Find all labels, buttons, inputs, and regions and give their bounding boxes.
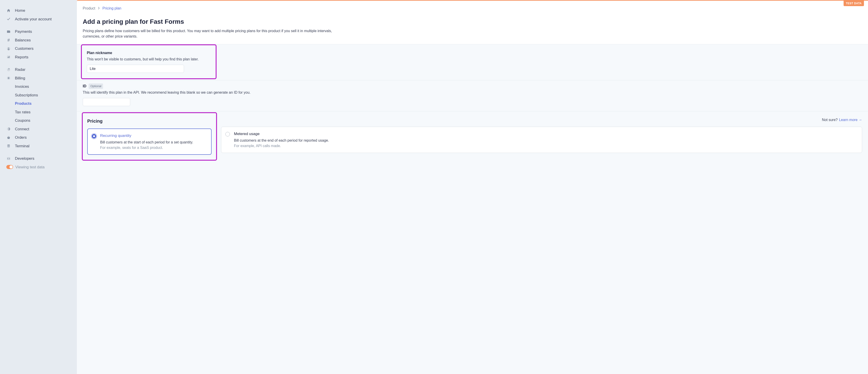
breadcrumb-product[interactable]: Product — [83, 6, 95, 11]
radio-unselected-icon[interactable] — [225, 132, 230, 137]
nav-label: Tax rates — [15, 109, 31, 115]
nav-label: Connect — [15, 126, 29, 132]
breadcrumb-pricing-plan[interactable]: Pricing plan — [102, 6, 121, 11]
option-metered-usage[interactable]: Metered usage Bill customers at the end … — [221, 127, 862, 153]
nav-label: Products — [15, 101, 32, 107]
user-icon — [6, 47, 11, 51]
svg-point-3 — [8, 48, 9, 49]
nav-label: Activate your account — [15, 16, 52, 22]
id-label: ID Optional — [83, 84, 862, 89]
id-help: This will identify this plan in the API.… — [83, 90, 862, 95]
nav-label: Developers — [15, 156, 34, 162]
nav-connect[interactable]: Connect — [0, 125, 77, 134]
pricing-highlight: Pricing Recurring quantity Bill customer… — [82, 112, 217, 161]
arrow-right-icon: → — [859, 118, 862, 122]
svg-point-13 — [7, 146, 10, 147]
nav-home[interactable]: Home — [0, 6, 77, 15]
nav-customers[interactable]: Customers — [0, 44, 77, 53]
svg-point-10 — [8, 77, 9, 79]
page-title: Add a pricing plan for Fast Forms — [83, 17, 862, 26]
svg-rect-7 — [9, 56, 9, 58]
option-example: For example, API calls made. — [234, 143, 857, 149]
svg-rect-0 — [7, 31, 10, 33]
svg-rect-5 — [8, 57, 8, 58]
nav-invoices[interactable]: Invoices — [0, 82, 77, 91]
billing-icon — [6, 76, 11, 80]
nav-subscriptions[interactable]: Subscriptions — [0, 91, 77, 99]
nav-orders[interactable]: Orders — [0, 133, 77, 142]
option-recurring-quantity[interactable]: Recurring quantity Bill customers at the… — [87, 128, 212, 155]
toggle-icon[interactable] — [6, 165, 13, 169]
option-title: Recurring quantity — [100, 133, 207, 139]
nav-label: Subscriptions — [15, 92, 38, 98]
check-icon — [6, 17, 11, 21]
option-desc: Bill customers at the end of each period… — [234, 138, 857, 143]
nav-label: Customers — [15, 46, 33, 52]
nav-radar[interactable]: Radar — [0, 65, 77, 74]
nav-test-toggle[interactable]: Viewing test data — [0, 163, 77, 172]
nav-terminal[interactable]: Terminal — [0, 142, 77, 150]
pricing-title: Pricing — [87, 118, 103, 124]
learn-more-link[interactable]: Learn more → — [839, 117, 862, 123]
option-desc: Bill customers at the start of each peri… — [100, 140, 207, 145]
option-title: Metered usage — [234, 131, 857, 137]
nav-label: Orders — [15, 135, 27, 141]
nav-label: Payments — [15, 29, 32, 35]
nav-label: Viewing test data — [16, 164, 44, 170]
optional-badge: Optional — [89, 84, 103, 89]
nav-developers[interactable]: Developers — [0, 154, 77, 163]
page-header: Product Pricing plan Add a pricing plan … — [77, 1, 868, 44]
nav-label: Coupons — [15, 118, 30, 123]
id-input[interactable] — [83, 98, 130, 106]
nav-activate[interactable]: Activate your account — [0, 15, 77, 24]
connect-icon — [6, 127, 11, 131]
app-root: Home Activate your account Payments — [0, 0, 868, 374]
radar-icon — [6, 67, 11, 72]
main-content: TEST DATA Product Pricing plan Add a pri… — [77, 0, 868, 374]
code-icon — [6, 156, 11, 161]
wallet-icon — [6, 29, 11, 34]
plan-id-section: ID Optional This will identify this plan… — [77, 80, 868, 111]
nav-label: Reports — [15, 54, 29, 60]
not-sure-text: Not sure? — [822, 117, 837, 123]
nickname-input[interactable] — [87, 65, 184, 73]
nickname-help: This won't be visible to customers, but … — [87, 57, 211, 62]
nav-label: Invoices — [15, 84, 29, 90]
page-description: Pricing plans define how customers will … — [83, 28, 336, 39]
nav-label: Balances — [15, 37, 31, 43]
sidebar: Home Activate your account Payments — [0, 0, 77, 374]
nav-coupons[interactable]: Coupons — [0, 116, 77, 125]
nav-label: Radar — [15, 67, 25, 73]
radio-selected-icon[interactable] — [92, 134, 96, 139]
nickname-highlight: Plan nickname This won't be visible to c… — [81, 44, 217, 79]
svg-rect-1 — [7, 30, 10, 31]
pricing-help: Not sure? Learn more → — [822, 117, 862, 123]
nav-tax-rates[interactable]: Tax rates — [0, 108, 77, 117]
chart-icon — [6, 55, 11, 59]
chevron-right-icon — [98, 6, 100, 11]
nav-billing[interactable]: Billing — [0, 74, 77, 83]
nickname-label: Plan nickname — [87, 50, 211, 56]
breadcrumb: Product Pricing plan — [83, 6, 862, 11]
nav-products[interactable]: Products — [0, 99, 77, 108]
nav-label: Home — [15, 8, 25, 13]
nav-reports[interactable]: Reports — [0, 53, 77, 61]
nav-label: Terminal — [15, 143, 29, 149]
terminal-icon — [6, 144, 11, 148]
transfer-icon — [6, 38, 11, 42]
home-icon — [6, 8, 11, 13]
nav-balances[interactable]: Balances — [0, 36, 77, 45]
nav-label: Billing — [15, 75, 25, 81]
plan-nickname-section: Plan nickname This won't be visible to c… — [77, 44, 868, 80]
svg-rect-6 — [8, 57, 9, 58]
id-label-text: ID — [83, 84, 86, 89]
pricing-right: Not sure? Learn more → Metered usage Bil… — [221, 112, 862, 153]
option-example: For example, seats for a SaaS product. — [100, 145, 207, 150]
pricing-section: Pricing Recurring quantity Bill customer… — [77, 111, 868, 167]
basket-icon — [6, 135, 11, 140]
test-data-badge: TEST DATA — [844, 1, 864, 6]
nav-payments[interactable]: Payments — [0, 27, 77, 36]
